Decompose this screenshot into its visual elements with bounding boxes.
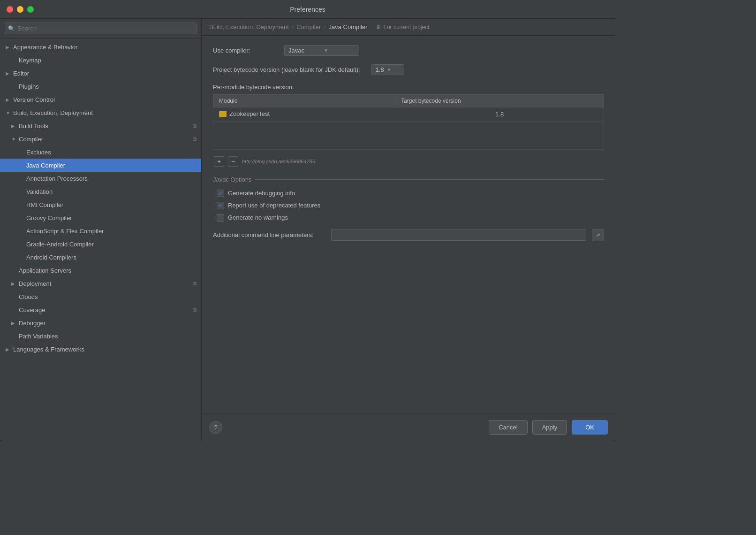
sidebar-item-label: Validation <box>26 188 53 195</box>
table-header-version: Target bytecode version <box>395 95 604 107</box>
sidebar-item-annotation-processors[interactable]: Annotation Processors <box>0 172 201 185</box>
sidebar-item-appearance[interactable]: ▶ Appearance & Behavior <box>0 40 201 54</box>
search-wrapper: 🔍 <box>5 23 197 34</box>
project-icon: 🗎 <box>376 24 382 31</box>
checkbox-no-warnings-box[interactable] <box>217 214 224 222</box>
sidebar-item-label: Keymap <box>19 57 41 64</box>
sidebar-item-build-tools[interactable]: ▶ Build Tools ⧉ <box>0 119 201 132</box>
arrow-icon: ▶ <box>11 123 17 129</box>
arrow-icon: ▶ <box>11 321 17 326</box>
table-actions: + − http://blog.csdn.net/li396864285 <box>213 154 604 168</box>
sidebar-item-label: Clouds <box>19 293 38 300</box>
sidebar-item-label: Compiler <box>19 136 43 143</box>
search-input[interactable] <box>5 23 197 34</box>
sidebar-item-label: Build Tools <box>19 122 48 130</box>
cmd-params-row: Additional command line parameters: ↗ <box>213 229 604 241</box>
arrow-spacer <box>11 58 17 63</box>
sidebar-item-path-variables[interactable]: Path Variables <box>0 329 201 343</box>
compiler-row: Use compiler: Javac ▼ <box>213 45 604 56</box>
arrow-icon: ▶ <box>6 45 11 50</box>
sidebar-item-plugins[interactable]: Plugins <box>0 80 201 93</box>
sidebar-item-compiler[interactable]: ▼ Compiler ⧉ <box>0 132 201 145</box>
arrow-open-icon: ▼ <box>11 137 17 142</box>
sidebar-item-gradle-android[interactable]: Gradle-Android Compiler <box>0 237 201 251</box>
sidebar-item-coverage[interactable]: Coverage ⧉ <box>0 303 201 316</box>
sidebar-item-label: Excludes <box>26 149 51 156</box>
arrow-open-icon: ▼ <box>6 110 11 115</box>
for-current-project: 🗎 For current project <box>376 24 430 31</box>
expand-params-button[interactable]: ↗ <box>592 229 604 241</box>
sidebar-item-version-control[interactable]: ▶ Version Control <box>0 93 201 106</box>
dropdown-arrow-icon: ▼ <box>324 48 355 53</box>
sidebar-item-label: ActionScript & Flex Compiler <box>26 228 104 235</box>
bytecode-version-select[interactable]: 1.8 ▼ <box>371 64 404 75</box>
sidebar-item-label: Editor <box>13 70 29 77</box>
sidebar-item-validation[interactable]: Validation <box>0 185 201 198</box>
sidebar-item-label: Java Compiler <box>26 162 65 169</box>
sidebar-item-application-servers[interactable]: Application Servers <box>0 264 201 277</box>
breadcrumb-current: Java Compiler <box>329 23 368 31</box>
preferences-window: Preferences 🔍 ▶ Appearance & Behavior <box>0 0 615 441</box>
sidebar-item-label: Debugger <box>19 320 45 327</box>
sidebar-item-keymap[interactable]: Keymap <box>0 54 201 67</box>
arrow-spacer <box>11 334 17 339</box>
ok-button[interactable]: OK <box>572 420 608 435</box>
footer-right: Cancel Apply OK <box>489 420 608 435</box>
sidebar-item-label: Build, Execution, Deployment <box>13 109 93 116</box>
module-icon: ZookeeperTest <box>219 110 270 117</box>
help-button[interactable]: ? <box>209 421 222 434</box>
arrow-icon: ▶ <box>6 97 11 102</box>
sidebar-item-label: Annotation Processors <box>26 175 88 182</box>
sidebar-item-rmi-compiler[interactable]: RMI Compiler <box>0 198 201 211</box>
arrow-spacer <box>11 294 17 299</box>
compiler-select[interactable]: Javac ▼ <box>284 45 359 56</box>
apply-button[interactable]: Apply <box>532 420 567 435</box>
cancel-button[interactable]: Cancel <box>489 420 527 435</box>
sidebar-item-debugger[interactable]: ▶ Debugger <box>0 316 201 329</box>
sidebar-item-clouds[interactable]: Clouds <box>0 290 201 303</box>
sidebar-item-android-compilers[interactable]: Android Compilers <box>0 251 201 264</box>
dropdown-arrow-icon: ▼ <box>387 67 392 72</box>
arrow-spacer <box>19 189 24 194</box>
sidebar-item-build-execution[interactable]: ▼ Build, Execution, Deployment <box>0 106 201 119</box>
checkbox-deprecated-box[interactable]: ✓ <box>217 202 224 209</box>
main-area: 🔍 ▶ Appearance & Behavior Keymap ▶ <box>0 19 615 441</box>
checkbox-debug-info-box[interactable]: ✓ <box>217 190 224 197</box>
table-row: ZookeeperTest 1.8 <box>213 107 604 122</box>
cmd-params-input[interactable] <box>331 229 586 241</box>
arrow-spacer <box>11 307 17 313</box>
sidebar-item-deployment[interactable]: ▶ Deployment ⧉ <box>0 277 201 290</box>
close-button[interactable] <box>7 6 13 13</box>
arrow-spacer <box>11 84 17 89</box>
sidebar-tree: ▶ Appearance & Behavior Keymap ▶ Editor … <box>0 38 201 441</box>
sidebar-item-editor[interactable]: ▶ Editor <box>0 67 201 80</box>
javac-options-label: Javac Options <box>213 176 251 183</box>
per-module-label: Per-module bytecode version: <box>213 84 294 91</box>
sidebar-item-label: RMI Compiler <box>26 201 63 208</box>
minimize-button[interactable] <box>17 6 23 13</box>
window-title: Preferences <box>290 6 325 13</box>
empty-cell <box>213 121 604 149</box>
sidebar-item-label: Languages & Frameworks <box>13 346 84 353</box>
sidebar-item-languages-frameworks[interactable]: ▶ Languages & Frameworks <box>0 343 201 356</box>
breadcrumb: Build, Execution, Deployment › Compiler … <box>202 19 615 36</box>
sidebar: 🔍 ▶ Appearance & Behavior Keymap ▶ <box>0 19 202 441</box>
remove-module-button[interactable]: − <box>228 156 238 167</box>
module-cell: ZookeeperTest <box>213 107 395 122</box>
search-area: 🔍 <box>0 19 201 38</box>
sidebar-item-groovy-compiler[interactable]: Groovy Compiler <box>0 211 201 224</box>
sidebar-item-excludes[interactable]: Excludes <box>0 145 201 159</box>
maximize-button[interactable] <box>27 6 34 13</box>
per-module-section: Per-module bytecode version: <box>213 84 604 91</box>
copy-icon: ⧉ <box>193 136 197 142</box>
sidebar-item-java-compiler[interactable]: Java Compiler <box>0 159 201 172</box>
bytecode-version-label: Project bytecode version (leave blank fo… <box>213 66 360 73</box>
add-module-button[interactable]: + <box>214 156 224 167</box>
sidebar-item-actionscript[interactable]: ActionScript & Flex Compiler <box>0 224 201 237</box>
arrow-spacer <box>19 163 24 168</box>
checkbox-debug-info-label: Generate debugging info <box>228 190 295 197</box>
titlebar-buttons <box>7 6 34 13</box>
arrow-icon: ▶ <box>6 71 11 76</box>
copy-icon: ⧉ <box>193 123 197 129</box>
breadcrumb-arrow: › <box>292 23 294 31</box>
